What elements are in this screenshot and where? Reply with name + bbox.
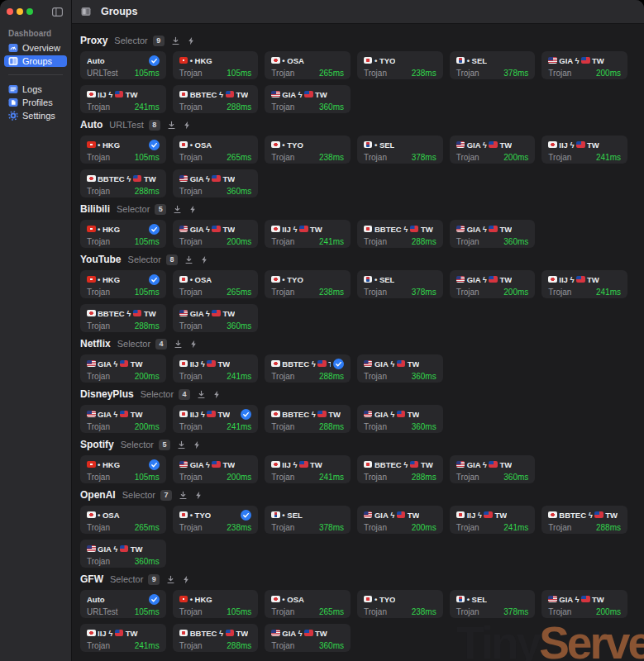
proxy-card[interactable]: • TYOTrojan238ms	[265, 136, 351, 164]
proxy-card[interactable]: IIJ ϟTWTrojan241ms	[541, 270, 627, 298]
proxy-card[interactable]: BBTEC ϟTWTrojan288ms	[357, 220, 443, 248]
bolt-icon[interactable]	[200, 255, 208, 264]
proxy-card[interactable]: GIA ϟTWTrojan360ms	[265, 624, 351, 652]
sidebar-item-settings[interactable]: Settings	[4, 110, 67, 121]
proxy-card[interactable]: GIA ϟTWTrojan360ms	[80, 540, 166, 568]
proxy-card[interactable]: IIJ ϟTWTrojan241ms	[173, 354, 259, 383]
proxy-card[interactable]: • TYOTrojan238ms	[357, 51, 443, 79]
proxy-card[interactable]: • SELTrojan378ms	[357, 136, 443, 164]
proxy-card[interactable]: GIA ϟTWTrojan360ms	[173, 169, 259, 197]
proxy-card[interactable]: • TYOTrojan238ms	[173, 506, 259, 534]
download-icon[interactable]	[171, 36, 180, 45]
proxy-card[interactable]: AutoURLTest105ms	[80, 590, 166, 618]
download-icon[interactable]	[173, 205, 182, 214]
proxy-name-text: TW	[499, 140, 512, 150]
close-button[interactable]	[7, 8, 13, 15]
proxy-card[interactable]: • OSATrojan265ms	[265, 51, 351, 79]
zoom-button[interactable]	[26, 8, 33, 15]
proxy-card[interactable]: • HKGTrojan105ms	[80, 455, 166, 483]
sidebar-item-logs[interactable]: Logs	[4, 83, 67, 95]
proxy-card[interactable]: GIA ϟTWTrojan360ms	[265, 85, 351, 113]
proxy-card[interactable]: • TYOTrojan238ms	[357, 590, 443, 618]
bolt-icon[interactable]	[188, 205, 197, 214]
proxy-card[interactable]: GIA ϟTWTrojan200ms	[80, 405, 166, 433]
proxy-card[interactable]: • HKGTrojan105ms	[173, 51, 259, 79]
proxy-card[interactable]: GIA ϟTWTrojan200ms	[173, 220, 259, 248]
download-icon[interactable]	[166, 575, 175, 584]
proxy-card[interactable]: BBTEC ϟTWTrojan288ms	[80, 169, 166, 197]
proxy-card[interactable]: IIJ ϟTWTrojan241ms	[265, 455, 351, 483]
proxy-card[interactable]: • SELTrojan378ms	[357, 270, 443, 298]
proxy-card[interactable]: BBTEC ϟTWTrojan288ms	[80, 304, 166, 332]
proxy-card[interactable]: BBTEC ϟTWTrojan288ms	[541, 506, 627, 534]
proxy-type: Trojan	[271, 153, 294, 162]
bolt-icon[interactable]	[194, 491, 203, 500]
proxy-card[interactable]: GIA ϟTWTrojan200ms	[450, 136, 536, 164]
proxy-card[interactable]: GIA ϟTWTrojan200ms	[541, 51, 627, 79]
proxy-card[interactable]: IIJ ϟTWTrojan241ms	[541, 136, 627, 164]
latency-value: 288ms	[412, 473, 436, 482]
proxy-card[interactable]: IIJ ϟTWTrojan241ms	[80, 624, 166, 652]
proxy-card-top: GIA ϟTW	[179, 459, 252, 470]
proxy-name-text: GIA ϟ	[282, 629, 302, 638]
proxy-card[interactable]: • HKGTrojan105ms	[80, 220, 166, 248]
proxy-card[interactable]: GIA ϟTWTrojan360ms	[450, 455, 536, 483]
proxy-card[interactable]: GIA ϟTWTrojan200ms	[80, 354, 166, 383]
sidebar-toggle-icon[interactable]	[52, 7, 63, 17]
proxy-card[interactable]: AutoURLTest105ms	[80, 51, 166, 79]
proxy-card[interactable]: BBTEC ϟTWTrojan288ms	[357, 455, 443, 483]
proxy-card[interactable]: • OSATrojan265ms	[173, 136, 259, 164]
proxy-card[interactable]: • OSATrojan265ms	[265, 590, 351, 618]
proxy-card[interactable]: BBTEC ϟTWTrojan288ms	[173, 85, 259, 113]
proxy-name-text: GIA ϟ	[559, 595, 579, 604]
sidebar-item-groups[interactable]: Groups	[4, 55, 67, 67]
proxy-card[interactable]: • OSATrojan265ms	[80, 506, 166, 534]
download-icon[interactable]	[197, 390, 206, 399]
proxy-card[interactable]: GIA ϟTWTrojan360ms	[173, 304, 259, 332]
proxy-card-bottom: Trojan200ms	[456, 153, 529, 162]
flag-hk-icon	[87, 226, 96, 232]
bolt-icon[interactable]	[212, 390, 221, 399]
sidebar-item-overview[interactable]: Overview	[4, 42, 67, 54]
download-icon[interactable]	[179, 491, 188, 500]
download-icon[interactable]	[167, 121, 176, 130]
proxy-card[interactable]: • SELTrojan378ms	[265, 506, 351, 534]
proxy-card[interactable]: • TYOTrojan238ms	[265, 270, 351, 298]
proxy-card[interactable]: • HKGTrojan105ms	[173, 590, 259, 618]
flag-tw-icon	[410, 461, 419, 468]
sidebar-item-profiles[interactable]: Profiles	[4, 97, 67, 108]
proxy-type: Trojan	[87, 422, 110, 431]
bolt-icon[interactable]	[182, 575, 190, 584]
bolt-icon[interactable]	[183, 121, 191, 130]
proxy-card[interactable]: • HKGTrojan105ms	[80, 136, 166, 164]
proxy-card[interactable]: BBTEC ϟTWTrojan288ms	[173, 624, 259, 652]
proxy-card[interactable]: GIA ϟTWTrojan360ms	[357, 354, 443, 383]
download-icon[interactable]	[177, 440, 186, 449]
proxy-card[interactable]: • SELTrojan378ms	[450, 51, 536, 79]
proxy-card[interactable]: GIA ϟTWTrojan360ms	[357, 405, 443, 433]
proxy-name-text: GIA ϟ	[190, 309, 210, 318]
download-icon[interactable]	[174, 340, 183, 349]
latency-value: 360ms	[503, 237, 528, 246]
proxy-card[interactable]: BBTEC ϟTWTrojan288ms	[265, 405, 351, 433]
proxy-card[interactable]: • HKGTrojan105ms	[80, 270, 166, 298]
proxy-card[interactable]: IIJ ϟTWTrojan241ms	[173, 405, 259, 433]
proxy-card[interactable]: GIA ϟTWTrojan200ms	[173, 455, 259, 483]
proxy-card[interactable]: • OSATrojan265ms	[173, 270, 259, 298]
minimize-button[interactable]	[17, 8, 23, 15]
bolt-icon[interactable]	[187, 36, 195, 45]
latency-value: 241ms	[227, 372, 251, 381]
download-icon[interactable]	[184, 255, 193, 264]
proxy-card[interactable]: IIJ ϟTWTrojan241ms	[450, 506, 536, 534]
proxy-card[interactable]: GIA ϟTWTrojan200ms	[450, 270, 536, 298]
proxy-card[interactable]: GIA ϟTWTrojan360ms	[450, 220, 536, 248]
proxy-card[interactable]: GIA ϟTWTrojan200ms	[357, 506, 443, 534]
bolt-icon[interactable]	[189, 340, 198, 349]
proxy-card[interactable]: BBTEC ϟTWTrojan288ms	[265, 354, 351, 383]
proxy-card[interactable]: IIJ ϟTWTrojan241ms	[265, 220, 351, 248]
proxy-card[interactable]: GIA ϟTWTrojan200ms	[541, 590, 627, 618]
proxy-card[interactable]: IIJ ϟTWTrojan241ms	[80, 85, 166, 113]
proxy-card[interactable]: • SELTrojan378ms	[450, 590, 536, 618]
bolt-icon[interactable]	[193, 440, 201, 449]
proxy-name-text: TW	[222, 174, 235, 183]
